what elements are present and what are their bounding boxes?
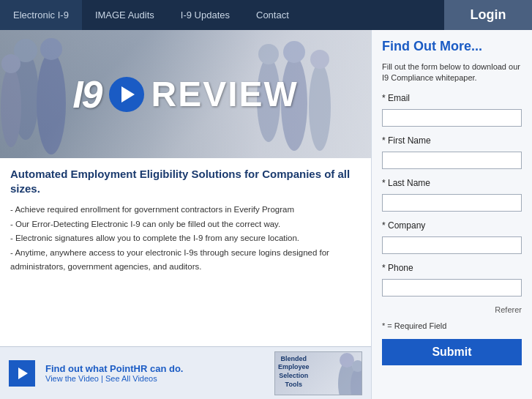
banner-links[interactable]: View the Video | See All Videos — [45, 374, 264, 383]
banner-thumbnail[interactable]: Blended Employee Selection Tools — [274, 351, 362, 395]
last-name-input[interactable] — [382, 194, 522, 212]
nav-contact[interactable]: Contact — [243, 0, 302, 30]
submit-button[interactable]: Submit — [382, 339, 522, 365]
svg-point-11 — [310, 50, 329, 69]
svg-point-5 — [1, 54, 20, 73]
required-field-note: * = Required Field — [382, 321, 522, 330]
bullet-3: - Electronic signatures allow you to com… — [10, 231, 361, 246]
navigation: Electronic I-9 IMAGE Audits I-9 Updates … — [0, 0, 532, 30]
phone-label: * Phone — [382, 263, 522, 273]
company-label: * Company — [382, 220, 522, 231]
hero-i9-text: I9 — [72, 72, 101, 116]
bullet-list: - Achieve required enrollment for govern… — [10, 203, 361, 275]
hero-section: I9 REVIEW — [0, 30, 371, 158]
company-input[interactable] — [382, 236, 522, 254]
left-panel: I9 REVIEW Automated Employment Eligibili… — [0, 30, 371, 399]
svg-point-7 — [258, 44, 279, 64]
login-button[interactable]: Login — [444, 0, 532, 30]
main-content: I9 REVIEW Automated Employment Eligibili… — [0, 30, 532, 399]
svg-point-3 — [40, 38, 62, 60]
banner-text: Find out what PointHR can do. View the V… — [45, 363, 264, 383]
nav-image-audits[interactable]: IMAGE Audits — [82, 0, 168, 30]
svg-point-4 — [1, 67, 21, 147]
hero-review-text: REVIEW — [151, 74, 299, 114]
right-sidebar: Find Out More... Fill out the form below… — [371, 30, 532, 399]
first-name-label: * First Name — [382, 135, 522, 146]
nav-i9-updates[interactable]: I-9 Updates — [168, 0, 243, 30]
thumb-label: Blended Employee Selection Tools — [278, 355, 310, 389]
sidebar-title: Find Out More... — [382, 39, 522, 54]
referer-label: Referer — [382, 305, 522, 314]
email-label: * Email — [382, 93, 522, 103]
first-name-input[interactable] — [382, 152, 522, 169]
svg-point-9 — [283, 41, 305, 63]
svg-point-2 — [37, 52, 66, 154]
banner-title: Find out what PointHR can do. — [45, 363, 264, 374]
body-section: Automated Employment Eligibility Solutio… — [0, 158, 371, 346]
tagline: Automated Employment Eligibility Solutio… — [10, 167, 361, 195]
bullet-2: - Our Error-Detecting Electronic I-9 can… — [10, 217, 361, 232]
nav-electronic-i9[interactable]: Electronic I-9 — [0, 0, 82, 30]
banner-play-button[interactable] — [9, 360, 35, 387]
hero-play-button[interactable] — [109, 77, 144, 112]
bullet-1: - Achieve required enrollment for govern… — [10, 203, 361, 217]
bottom-banner: Find out what PointHR can do. View the V… — [0, 346, 371, 399]
svg-point-13 — [340, 353, 354, 368]
hero-logo: I9 REVIEW — [72, 72, 299, 116]
thumb-people — [310, 351, 361, 395]
sidebar-description: Fill out the form below to download our … — [382, 61, 522, 84]
email-input[interactable] — [382, 109, 522, 127]
bullet-4: - Anytime, anywhere access to your elect… — [10, 246, 361, 275]
svg-point-10 — [309, 63, 331, 151]
last-name-label: * Last Name — [382, 178, 522, 188]
phone-input[interactable] — [382, 279, 522, 297]
